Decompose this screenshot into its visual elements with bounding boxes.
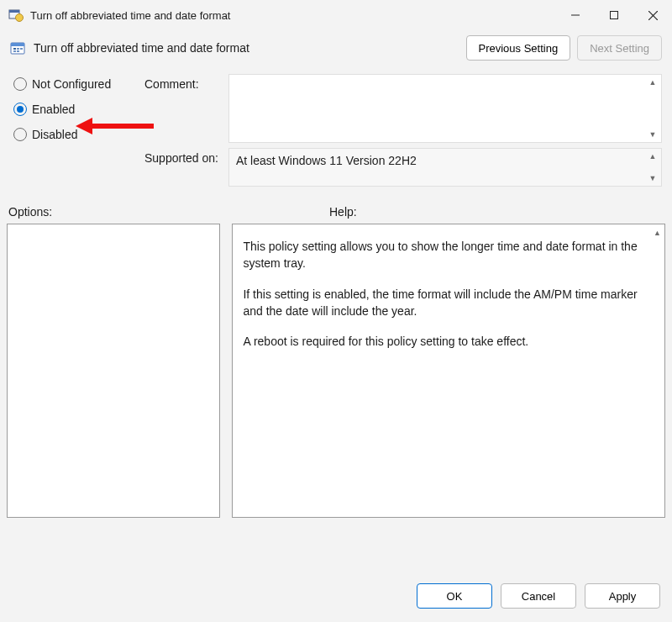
apply-button[interactable]: Apply bbox=[585, 583, 660, 609]
next-setting-button: Next Setting bbox=[577, 35, 662, 61]
radio-icon bbox=[13, 128, 27, 141]
svg-rect-11 bbox=[20, 48, 23, 50]
supported-on-value: At least Windows 11 Version 22H2 bbox=[236, 154, 417, 167]
scroll-down-icon[interactable]: ▼ bbox=[646, 129, 659, 140]
scroll-up-icon[interactable]: ▲ bbox=[654, 228, 661, 239]
cancel-button[interactable]: Cancel bbox=[501, 583, 576, 609]
radio-disabled[interactable]: Disabled bbox=[13, 128, 144, 141]
radio-label: Disabled bbox=[32, 128, 77, 141]
comment-label: Comment: bbox=[144, 74, 228, 91]
svg-rect-12 bbox=[13, 50, 16, 52]
window-title: Turn off abbreviated time and date forma… bbox=[30, 9, 556, 22]
radio-label: Not Configured bbox=[32, 77, 111, 91]
comment-scroll: ▲ ▼ bbox=[646, 76, 659, 140]
svg-rect-13 bbox=[17, 50, 19, 52]
svg-rect-4 bbox=[611, 12, 618, 19]
svg-rect-1 bbox=[9, 10, 19, 13]
window-controls bbox=[556, 0, 672, 30]
help-paragraph: A reboot is required for this policy set… bbox=[243, 333, 646, 350]
ok-button[interactable]: OK bbox=[417, 583, 492, 609]
options-panel bbox=[7, 224, 220, 518]
app-icon bbox=[8, 8, 24, 23]
scroll-up-icon[interactable]: ▲ bbox=[646, 150, 659, 162]
svg-rect-9 bbox=[13, 48, 16, 50]
panels-row: ▲ This policy setting allows you to show… bbox=[0, 224, 672, 518]
help-paragraph: This policy setting allows you to show t… bbox=[243, 238, 646, 272]
supported-on-label: Supported on: bbox=[144, 148, 228, 165]
radio-icon bbox=[13, 77, 27, 91]
close-button[interactable] bbox=[633, 0, 672, 30]
maximize-button[interactable] bbox=[595, 0, 633, 30]
policy-title: Turn off abbreviated time and date forma… bbox=[34, 41, 459, 55]
dialog-buttons: OK Cancel Apply bbox=[417, 583, 660, 609]
policy-header: Turn off abbreviated time and date forma… bbox=[0, 30, 672, 67]
config-area: Not Configured Enabled Disabled Comment:… bbox=[0, 67, 672, 187]
scroll-up-icon[interactable]: ▲ bbox=[646, 76, 659, 88]
radio-label: Enabled bbox=[32, 103, 75, 116]
help-panel: ▲ This policy setting allows you to show… bbox=[232, 224, 665, 518]
options-label: Options: bbox=[8, 205, 319, 219]
scroll-down-icon[interactable]: ▼ bbox=[646, 172, 659, 184]
titlebar: Turn off abbreviated time and date forma… bbox=[0, 0, 672, 30]
comment-input[interactable]: ▲ ▼ bbox=[228, 74, 662, 143]
previous-setting-button[interactable]: Previous Setting bbox=[466, 35, 571, 61]
radio-icon bbox=[13, 103, 27, 116]
supported-scroll: ▲ ▼ bbox=[646, 150, 659, 184]
calendar-icon bbox=[10, 40, 27, 55]
help-paragraph: If this setting is enabled, the time for… bbox=[243, 286, 646, 320]
state-radio-group: Not Configured Enabled Disabled bbox=[10, 74, 144, 141]
minimize-button[interactable] bbox=[556, 0, 595, 30]
supported-on-box: At least Windows 11 Version 22H2 ▲ ▼ bbox=[228, 148, 662, 187]
panel-labels: Options: Help: bbox=[0, 187, 672, 224]
svg-point-2 bbox=[16, 14, 24, 22]
svg-rect-10 bbox=[17, 48, 19, 50]
radio-not-configured[interactable]: Not Configured bbox=[13, 77, 144, 91]
radio-enabled[interactable]: Enabled bbox=[13, 103, 144, 116]
help-label: Help: bbox=[329, 205, 357, 219]
svg-rect-8 bbox=[11, 43, 24, 46]
